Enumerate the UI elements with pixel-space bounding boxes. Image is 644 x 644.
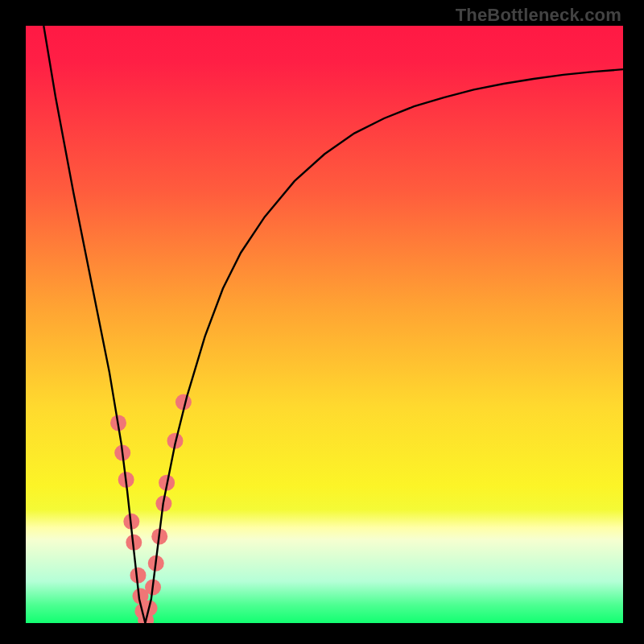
watermark-label: TheBottleneck.com [456, 5, 621, 26]
bottleneck-curve [43, 26, 623, 623]
chart-frame: TheBottleneck.com [0, 0, 644, 644]
curve-layer [26, 26, 623, 623]
plot-area [26, 26, 623, 623]
